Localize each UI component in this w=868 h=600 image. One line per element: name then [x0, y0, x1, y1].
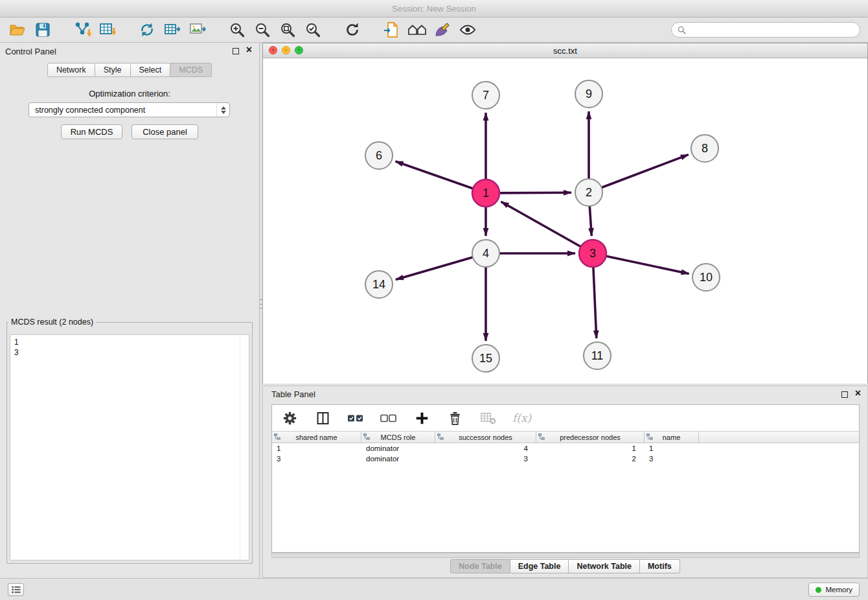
graph-edge-1-2[interactable]	[499, 192, 571, 193]
add-column-icon[interactable]	[413, 410, 430, 426]
table-cell[interactable]: 3	[272, 454, 361, 464]
tab-network[interactable]: Network	[47, 63, 95, 77]
graph-node-3[interactable]: 3	[579, 240, 606, 267]
graph-edge-3-10[interactable]	[606, 256, 689, 273]
graph-edge-2-3[interactable]	[589, 206, 591, 236]
graph-node-2[interactable]: 2	[575, 179, 602, 206]
criterion-select[interactable]: strongly connected component	[29, 102, 230, 117]
table-cell[interactable]: 1	[645, 443, 699, 454]
graph-edge-3-1[interactable]	[501, 202, 581, 246]
graph-node-11[interactable]: 11	[584, 342, 611, 369]
graph-node-9[interactable]: 9	[575, 80, 602, 108]
select-all-icon[interactable]	[347, 410, 364, 426]
graph-node-8[interactable]: 8	[691, 135, 718, 162]
svg-text:10: 10	[700, 271, 713, 284]
table-panel-title: Table Panel	[271, 389, 315, 399]
graph-node-4[interactable]: 4	[472, 240, 499, 267]
table-row[interactable]: 3dominator323	[272, 454, 859, 464]
graph-node-1[interactable]: 1	[472, 179, 499, 207]
table-cell[interactable]: dominator	[361, 443, 435, 454]
table-cell[interactable]: 1	[272, 443, 361, 454]
memory-button[interactable]: Memory	[808, 583, 860, 597]
window-close-icon[interactable]: ×	[269, 46, 277, 54]
mcds-result-item[interactable]: 3	[14, 347, 249, 358]
column-header-predecessor-nodes[interactable]: predecessor nodes	[536, 432, 645, 443]
svg-text:6: 6	[376, 149, 382, 162]
tab-motifs[interactable]: Motifs	[640, 559, 680, 573]
tab-edge-table[interactable]: Edge Table	[510, 559, 569, 573]
run-mcds-button[interactable]: Run MCDS	[61, 124, 122, 139]
save-session-icon[interactable]	[33, 20, 52, 40]
table-cell[interactable]: dominator	[361, 454, 435, 464]
criterion-value: strongly connected component	[35, 106, 145, 115]
table-horizontal-scrollbar[interactable]	[271, 553, 860, 558]
delete-column-icon[interactable]	[446, 410, 463, 426]
zoom-in-icon[interactable]	[227, 20, 247, 40]
graph-node-15[interactable]: 15	[472, 345, 499, 372]
column-header-name[interactable]: name	[645, 432, 699, 443]
window-minimize-icon[interactable]: −	[282, 46, 290, 54]
refresh-network-icon[interactable]	[343, 20, 362, 40]
float-panel-icon[interactable]	[233, 48, 239, 54]
task-history-button[interactable]	[8, 583, 24, 596]
graph-edge-3-11[interactable]	[593, 267, 597, 338]
table-cell[interactable]: 3	[645, 454, 699, 464]
show-hide-icon[interactable]	[458, 20, 477, 40]
zoom-fit-icon[interactable]	[278, 20, 297, 40]
import-table-icon[interactable]	[98, 20, 117, 40]
column-header-MCDS-role[interactable]: MCDS role	[361, 432, 435, 443]
table-row[interactable]: 1dominator411	[272, 443, 859, 454]
column-sort-icon	[363, 433, 370, 440]
close-panel-icon[interactable]: ×	[246, 44, 252, 56]
table-panel: Table Panel × f(x)	[262, 386, 868, 578]
column-sort-icon	[538, 433, 545, 440]
graph-node-14[interactable]: 14	[365, 271, 393, 298]
table-tabs: Node TableEdge TableNetwork TableMotifs	[263, 559, 867, 573]
graph-node-7[interactable]: 7	[472, 82, 499, 109]
table-cell[interactable]: 2	[536, 454, 645, 464]
float-table-panel-icon[interactable]	[841, 391, 848, 398]
table-cell[interactable]: 1	[536, 443, 645, 454]
network-canvas[interactable]: 1234678910111415	[263, 58, 867, 384]
tab-style[interactable]: Style	[95, 63, 131, 77]
tab-node-table[interactable]: Node Table	[450, 559, 510, 573]
tab-select[interactable]: Select	[131, 63, 171, 77]
show-columns-icon[interactable]	[314, 410, 331, 426]
window-zoom-icon[interactable]: +	[295, 46, 303, 54]
close-panel-button[interactable]: Close panel	[131, 124, 198, 139]
graph-edge-4-14[interactable]	[396, 257, 473, 280]
first-neighbors-icon[interactable]	[407, 20, 427, 40]
search-input[interactable]	[689, 25, 854, 34]
table-cell[interactable]: 3	[435, 454, 536, 464]
open-session-icon[interactable]	[8, 20, 27, 40]
mcds-result-list[interactable]: 13	[10, 334, 249, 560]
graph-node-6[interactable]: 6	[365, 142, 393, 169]
column-header-successor-nodes[interactable]: successor nodes	[435, 432, 536, 443]
apply-layout-icon[interactable]	[137, 20, 157, 40]
tab-mcds[interactable]: MCDS	[170, 63, 212, 77]
zoom-selected-icon[interactable]	[303, 20, 323, 40]
export-table-icon[interactable]	[163, 20, 182, 40]
copy-network-icon[interactable]	[382, 20, 402, 40]
tab-network-table[interactable]: Network Table	[569, 559, 640, 573]
graph-edge-1-6[interactable]	[396, 161, 474, 189]
column-sort-icon	[437, 433, 444, 440]
graph-node-10[interactable]: 10	[692, 264, 720, 291]
graph-edge-2-8[interactable]	[602, 155, 689, 188]
mcds-result-item[interactable]: 1	[14, 337, 249, 347]
import-network-icon[interactable]	[73, 20, 92, 40]
search-box[interactable]	[671, 22, 860, 38]
svg-text:7: 7	[483, 89, 489, 102]
select-arrows-icon	[216, 103, 229, 117]
column-header-shared-name[interactable]: shared name	[272, 432, 361, 443]
deselect-all-icon[interactable]	[380, 410, 397, 426]
graphics-details-icon[interactable]	[433, 20, 452, 40]
close-table-panel-icon[interactable]: ×	[855, 387, 861, 399]
network-graph[interactable]: 1234678910111415	[263, 58, 867, 384]
mcds-result-title: MCDS result (2 nodes)	[8, 317, 96, 327]
export-image-icon[interactable]	[188, 20, 207, 40]
zoom-out-icon[interactable]	[253, 20, 272, 40]
table-cell[interactable]: 4	[435, 443, 536, 454]
mcds-result-group: MCDS result (2 nodes) 13	[6, 317, 253, 564]
table-settings-gear-icon[interactable]	[281, 410, 298, 426]
